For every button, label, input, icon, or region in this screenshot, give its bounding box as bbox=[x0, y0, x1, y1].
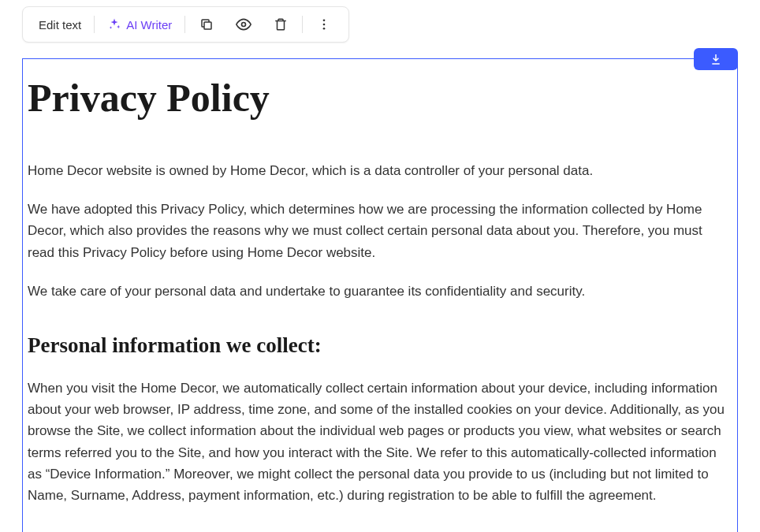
download-icon bbox=[710, 53, 722, 65]
toolbar-divider bbox=[94, 16, 95, 33]
download-button[interactable] bbox=[694, 48, 738, 70]
trash-icon bbox=[274, 17, 288, 32]
svg-point-2 bbox=[323, 19, 326, 21]
intro-paragraph-1: Home Decor website is owned by Home Deco… bbox=[28, 160, 732, 181]
intro-paragraph-2: We have adopted this Privacy Policy, whi… bbox=[28, 199, 732, 263]
svg-point-1 bbox=[242, 23, 246, 27]
duplicate-button[interactable] bbox=[192, 14, 222, 35]
svg-rect-0 bbox=[204, 22, 211, 29]
page-title: Privacy Policy bbox=[28, 75, 732, 121]
edit-text-button[interactable]: Edit text bbox=[32, 15, 88, 35]
eye-icon bbox=[236, 17, 251, 32]
svg-point-3 bbox=[323, 24, 326, 26]
sparkle-icon bbox=[107, 17, 121, 32]
content-block[interactable]: Privacy Policy Home Decor website is own… bbox=[22, 58, 738, 532]
ai-writer-button[interactable]: AI Writer bbox=[101, 14, 178, 35]
section-heading-personal-info: Personal information we collect: bbox=[28, 333, 732, 358]
preview-button[interactable] bbox=[228, 13, 259, 35]
intro-paragraph-3: We take care of your personal data and u… bbox=[28, 281, 732, 302]
editor-toolbar: Edit text AI Writer bbox=[22, 6, 349, 43]
more-options-button[interactable] bbox=[309, 14, 339, 35]
copy-icon bbox=[199, 17, 214, 32]
edit-text-label: Edit text bbox=[39, 18, 81, 32]
ai-writer-label: AI Writer bbox=[126, 18, 172, 32]
delete-button[interactable] bbox=[266, 14, 296, 35]
svg-point-4 bbox=[323, 28, 326, 30]
more-vertical-icon bbox=[317, 17, 331, 32]
toolbar-divider bbox=[302, 16, 303, 33]
toolbar-divider bbox=[184, 16, 185, 33]
section-body-personal-info: When you visit the Home Decor, we automa… bbox=[28, 378, 732, 506]
